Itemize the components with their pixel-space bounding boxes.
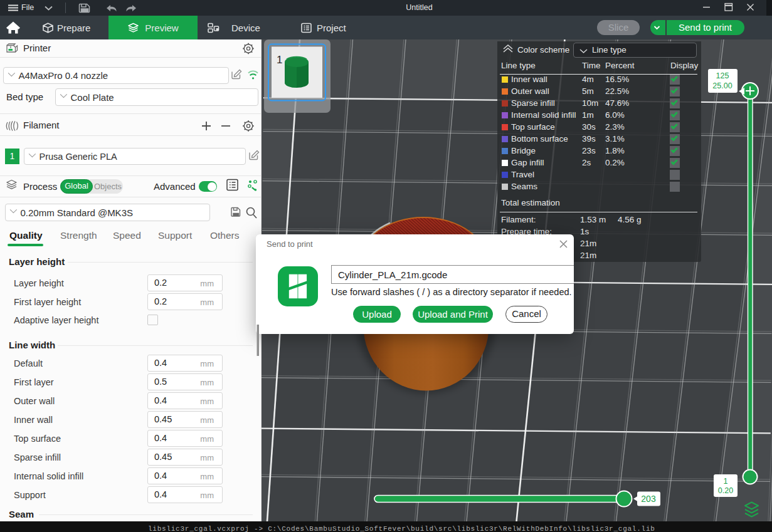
svg-text:1: 1	[277, 54, 282, 66]
svg-text:203: 203	[641, 494, 656, 504]
svg-text:0.20: 0.20	[718, 486, 733, 495]
svg-text:25.00: 25.00	[712, 81, 732, 90]
svg-text:1: 1	[724, 477, 728, 486]
svg-text:125: 125	[716, 71, 729, 80]
